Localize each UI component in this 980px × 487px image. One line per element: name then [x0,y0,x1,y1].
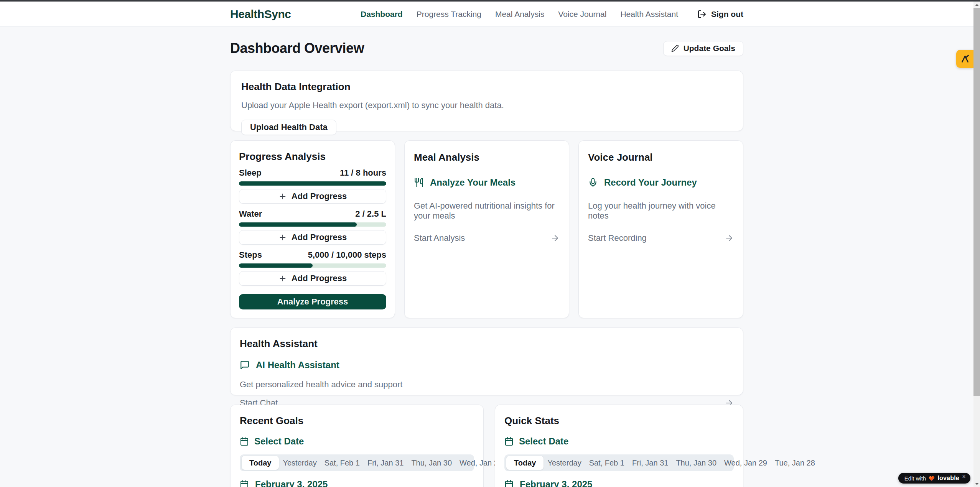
recent-goals-date-tabs: Today Yesterday Sat, Feb 1 Fri, Jan 31 T… [240,454,474,471]
start-analysis-label: Start Analysis [414,233,465,243]
nav-voice-journal[interactable]: Voice Journal [558,10,606,19]
update-goals-label: Update Goals [684,44,735,53]
metric-steps: Steps 5,000 / 10,000 steps Add Progress [239,250,386,286]
plus-icon [278,274,287,283]
scroll-down-icon [975,483,979,485]
chat-bubble-icon [240,360,250,370]
nav-dashboard[interactable]: Dashboard [361,10,403,19]
tab-thu-jan-30[interactable]: Thu, Jan 30 [407,459,456,467]
analyze-progress-button[interactable]: Analyze Progress [239,294,386,309]
recent-goals-card: Recent Goals Select Date Today Yesterday… [230,405,484,487]
current-date-label: February 3, 2025 [255,479,328,487]
nav-meal-analysis[interactable]: Meal Analysis [495,10,544,19]
tab-tue-jan-28[interactable]: Tue, Jan 28 [771,459,819,467]
main-content: Dashboard Overview Update Goals Health D… [230,40,743,487]
quick-stats-select-date[interactable]: Select Date [504,436,734,447]
metric-water: Water 2 / 2.5 L Add Progress [239,209,386,245]
tab-today[interactable]: Today [506,456,544,470]
heart-icon [929,475,935,481]
start-analysis-action[interactable]: Start Analysis [414,233,560,243]
tab-fri-jan-31[interactable]: Fri, Jan 31 [364,459,407,467]
scroll-up-icon [975,4,979,6]
assistant-title: Health Assistant [240,338,734,350]
microphone-icon [588,178,598,188]
assistant-link-label: AI Health Assistant [256,360,339,370]
add-progress-label: Add Progress [292,232,347,242]
tab-fri-jan-31[interactable]: Fri, Jan 31 [628,459,672,467]
health-assistant-card: Health Assistant AI Health Assistant Get… [230,327,743,395]
tab-yesterday[interactable]: Yesterday [279,459,320,467]
add-progress-label: Add Progress [292,273,347,283]
add-progress-steps-button[interactable]: Add Progress [239,271,386,286]
pencil-icon [671,44,679,52]
analyze-your-meals-link[interactable]: Analyze Your Meals [414,177,560,188]
quick-stats-current-date[interactable]: February 3, 2025 [504,479,734,487]
calendar-icon [240,437,249,446]
tab-yesterday[interactable]: Yesterday [544,459,585,467]
tab-today[interactable]: Today [242,456,279,470]
add-progress-water-button[interactable]: Add Progress [239,230,386,245]
add-progress-sleep-button[interactable]: Add Progress [239,189,386,204]
sleep-progress-fill [239,181,386,186]
plus-icon [278,192,287,201]
metric-label: Steps [239,250,262,260]
upload-health-data-button[interactable]: Upload Health Data [241,120,336,135]
main-nav: Dashboard Progress Tracking Meal Analysi… [361,10,743,19]
badge-prefix: Edit with [904,475,926,482]
tab-thu-jan-30[interactable]: Thu, Jan 30 [672,459,720,467]
lovable-badge-icon [960,54,970,64]
calendar-icon [504,437,514,446]
voice-description: Log your health journey with voice notes [588,201,734,221]
edit-with-lovable-badge[interactable]: Edit with lovable ✕ [898,473,970,484]
voice-title: Voice Journal [588,151,734,163]
progress-analysis-card: Progress Analysis Sleep 11 / 8 hours Add… [230,140,395,318]
integration-description: Upload your Apple Health export (export.… [241,100,732,110]
progress-title: Progress Analysis [239,151,386,163]
brand-logo: HealthSync [230,8,291,21]
vertical-scrollbar[interactable] [973,2,980,487]
arrow-right-icon [725,234,734,243]
integration-title: Health Data Integration [241,81,732,93]
tab-sat-feb-1[interactable]: Sat, Feb 1 [585,459,628,467]
recent-goals-select-date[interactable]: Select Date [240,436,474,447]
voice-link-label: Record Your Journey [604,177,697,188]
update-goals-button[interactable]: Update Goals [663,41,743,56]
close-icon[interactable]: ✕ [962,474,966,479]
sign-out-label: Sign out [711,10,743,19]
arrow-right-icon [550,234,560,243]
nav-health-assistant[interactable]: Health Assistant [620,10,678,19]
page-title: Dashboard Overview [230,40,364,56]
app-header: HealthSync Dashboard Progress Tracking M… [0,2,973,27]
metric-value: 2 / 2.5 L [355,209,386,219]
recent-goals-title: Recent Goals [240,415,474,427]
assistant-description: Get personalized health advice and suppo… [240,380,734,390]
sleep-progress-bar [239,181,386,186]
meal-analysis-card: Meal Analysis Analyze Your Meals Get AI-… [404,140,569,318]
scroll-up-button[interactable] [973,2,980,8]
water-progress-fill [239,222,357,227]
metric-value: 5,000 / 10,000 steps [308,250,386,260]
nav-progress-tracking[interactable]: Progress Tracking [417,10,481,19]
lovable-side-button[interactable] [956,50,973,68]
quick-stats-card: Quick Stats Select Date Today Yesterday … [495,405,743,487]
badge-brand: lovable [937,475,959,482]
metric-sleep: Sleep 11 / 8 hours Add Progress [239,168,386,204]
record-your-journey-link[interactable]: Record Your Journey [588,177,734,188]
tab-sat-feb-1[interactable]: Sat, Feb 1 [321,459,364,467]
quick-stats-title: Quick Stats [504,415,734,427]
calendar-icon [504,480,514,487]
app-viewport: HealthSync Dashboard Progress Tracking M… [0,0,973,487]
ai-health-assistant-link[interactable]: AI Health Assistant [240,360,734,370]
window-edge-strip [0,0,980,2]
select-date-label: Select Date [519,436,568,447]
scroll-down-button[interactable] [973,480,980,487]
calendar-icon [240,480,249,487]
start-recording-action[interactable]: Start Recording [588,233,734,243]
metric-label: Sleep [239,168,262,178]
scrollbar-thumb[interactable] [973,8,980,396]
quick-stats-date-tabs: Today Yesterday Sat, Feb 1 Fri, Jan 31 T… [504,454,734,471]
tab-wed-jan-29[interactable]: Wed, Jan 29 [720,459,771,467]
sign-out-button[interactable]: Sign out [697,10,743,19]
meal-link-label: Analyze Your Meals [430,177,516,188]
recent-goals-current-date[interactable]: February 3, 2025 [240,479,474,487]
